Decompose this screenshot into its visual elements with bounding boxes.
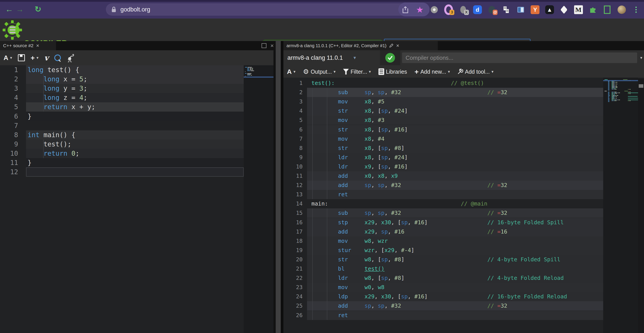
- gray-x-icon[interactable]: X: [459, 5, 468, 14]
- blue-d-icon[interactable]: d: [473, 5, 482, 14]
- site-header: COMPILER EXPLORER Add...▾ More▾ Discuss …: [0, 18, 644, 41]
- asm-line[interactable]: add x0, x8, x9: [312, 171, 398, 180]
- asm-line[interactable]: stp x29, x30, [sp, #16] // 16-byte Folde…: [312, 218, 564, 227]
- refresh-icon[interactable]: ↻: [32, 3, 44, 16]
- asm-line[interactable]: ldr x9, [sp, #16]: [312, 162, 408, 171]
- filter-button[interactable]: Filter...▾: [343, 68, 371, 75]
- asm-line[interactable]: str x8, [sp, #24]: [312, 106, 408, 116]
- compiler-selector[interactable]: armv8-a clang 11.0.1 ▾: [284, 54, 380, 61]
- source-line[interactable]: return 0;: [28, 149, 80, 158]
- line-number: 26: [284, 311, 302, 320]
- source-line[interactable]: test();: [28, 140, 72, 149]
- source-line[interactable]: return x + y;: [28, 102, 95, 112]
- source-line[interactable]: }: [28, 112, 32, 121]
- assembly-output-editor[interactable]: 1test(): // @test()2 sub sp, sp, #32 // …: [284, 78, 644, 333]
- chevron-down-icon[interactable]: ▾: [640, 55, 642, 60]
- asm-line[interactable]: mov w0, w8: [312, 283, 384, 292]
- merriam-m-icon[interactable]: M: [574, 5, 583, 14]
- close-pane-icon[interactable]: ×: [270, 44, 274, 48]
- puzzle-icon[interactable]: [588, 5, 597, 14]
- libraries-button[interactable]: Libraries: [378, 68, 407, 75]
- scrollbar-track[interactable]: [638, 78, 644, 333]
- address-bar[interactable]: godbolt.org: [106, 3, 409, 16]
- upload-arrow-icon[interactable]: ▲: [545, 5, 554, 14]
- compiler-options-input[interactable]: Compiler options...: [402, 52, 637, 63]
- add-source-button[interactable]: +▾: [31, 55, 38, 61]
- asm-line[interactable]: add sp, sp, #32 // =32: [312, 301, 507, 310]
- avatar[interactable]: [617, 5, 626, 14]
- font-size-button[interactable]: A▾: [287, 68, 296, 76]
- asm-line[interactable]: ldr x8, [sp, #24]: [312, 153, 408, 162]
- asm-line[interactable]: test(): // @test(): [312, 78, 484, 88]
- diamond-icon[interactable]: [560, 5, 568, 14]
- minimap[interactable]: [244, 65, 274, 333]
- notes-icon[interactable]: [502, 5, 511, 14]
- asm-line[interactable]: str x8, [sp, #16]: [312, 125, 408, 134]
- maximize-icon[interactable]: [262, 43, 266, 48]
- add-new-button[interactable]: +Add new...▾: [415, 68, 450, 75]
- bookmark-star-icon[interactable]: ★: [415, 5, 424, 14]
- blue-window-icon[interactable]: [516, 5, 525, 14]
- source-line[interactable]: long x = 5;: [28, 74, 87, 84]
- browser-tab-strip: [0, 0, 644, 2]
- add-tool-button[interactable]: Add tool...▾: [458, 68, 494, 75]
- pane-gap: [281, 41, 284, 333]
- source-pane-tabbar: C++ source #2 × ×: [0, 41, 276, 50]
- line-number: 11: [0, 158, 18, 168]
- y-combinator-icon[interactable]: Y: [531, 5, 540, 14]
- forward-icon[interactable]: →: [14, 3, 26, 16]
- asm-line[interactable]: str w8, [sp, #8] // 4-byte Folded Spill: [312, 255, 560, 264]
- lock-icon: [111, 6, 116, 13]
- line-number: 1: [0, 65, 18, 74]
- share-icon[interactable]: [401, 5, 410, 14]
- pane-divider-handle[interactable]: [276, 41, 281, 333]
- asm-line[interactable]: main: // @main: [312, 199, 488, 208]
- rename-pencil-icon[interactable]: [389, 44, 394, 48]
- source-line[interactable]: }: [28, 158, 32, 168]
- minimap[interactable]: [603, 78, 638, 333]
- quick-bench-button[interactable]: [66, 53, 74, 62]
- font-size-button[interactable]: A▾: [4, 54, 12, 62]
- bird-icon: [66, 53, 74, 62]
- output-button[interactable]: ⚙Output...▾: [303, 68, 336, 75]
- line-number: 8: [0, 130, 18, 140]
- tab-title: C++ source #2: [3, 43, 34, 48]
- camera-icon[interactable]: [430, 5, 439, 14]
- source-editor[interactable]: 1long test() {2 long x = 5;3 long y = 3;…: [0, 65, 276, 333]
- asm-line[interactable]: sub sp, sp, #32 // =32: [312, 208, 507, 218]
- tab-compiler-output[interactable]: armv8-a clang 11.0.1 (C++, Editor #2, Co…: [284, 41, 438, 50]
- tab-source-editor[interactable]: C++ source #2 ×: [0, 41, 56, 50]
- asm-line[interactable]: ldp x29, x30, [sp, #16] // 16-byte Folde…: [312, 292, 567, 301]
- cpp-insights-button[interactable]: [54, 54, 61, 61]
- asm-line[interactable]: add sp, sp, #32 // =32: [312, 180, 507, 190]
- menu-dots-icon[interactable]: [632, 5, 640, 14]
- line-number: 20: [284, 255, 302, 264]
- source-line[interactable]: int main() {: [28, 130, 76, 140]
- asm-line[interactable]: ret: [312, 311, 364, 320]
- line-highlight: [26, 112, 244, 121]
- asm-line[interactable]: bl test(): [312, 264, 384, 274]
- green-frame-icon[interactable]: [603, 5, 612, 14]
- close-icon[interactable]: ×: [396, 42, 399, 49]
- save-button[interactable]: [18, 54, 25, 61]
- duckduckgo-at-icon[interactable]: @: [488, 5, 496, 14]
- asm-line[interactable]: ldr w8, [sp, #8] // 4-byte Folded Reload: [312, 274, 564, 283]
- indent-guide: [327, 88, 327, 199]
- asm-line[interactable]: mov x8, #3: [312, 116, 384, 125]
- asm-line[interactable]: ret: [312, 190, 364, 199]
- chevron-down-icon: ▾: [492, 69, 494, 74]
- scrollbar-thumb[interactable]: [639, 84, 643, 88]
- close-icon[interactable]: ×: [36, 42, 39, 49]
- source-line[interactable]: long test() {: [28, 65, 80, 74]
- source-line[interactable]: long y = 3;: [28, 84, 87, 93]
- line-number: 12: [284, 180, 302, 190]
- vim-mode-button[interactable]: v: [44, 53, 48, 62]
- asm-line[interactable]: sub sp, sp, #32 // =32: [312, 88, 507, 97]
- source-line[interactable]: long z = 4;: [28, 93, 87, 102]
- pink-ring-3-icon[interactable]: 3: [444, 5, 453, 14]
- asm-line[interactable]: mov x8, #5: [312, 97, 384, 106]
- asm-line[interactable]: str x8, [sp, #8]: [312, 144, 404, 153]
- asm-line[interactable]: mov w8, wzr: [312, 236, 388, 246]
- asm-line[interactable]: add x29, sp, #16 // =16: [312, 227, 507, 236]
- asm-line[interactable]: mov x8, #4: [312, 134, 384, 144]
